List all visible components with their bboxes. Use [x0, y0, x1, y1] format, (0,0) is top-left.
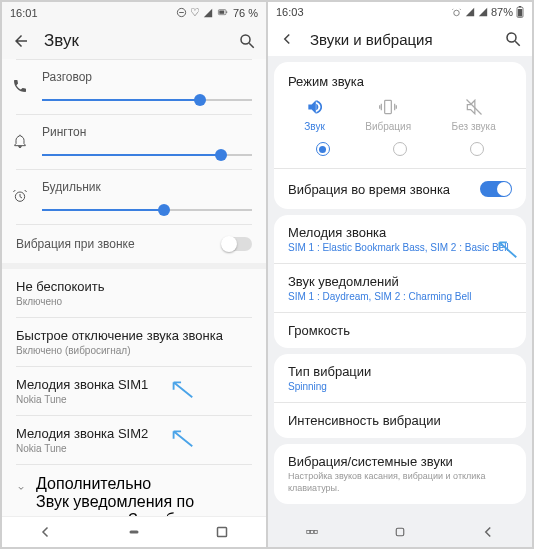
svg-rect-12 [518, 9, 522, 17]
mode-vibrate[interactable]: Вибрация [365, 97, 411, 132]
row-title: Интенсивность вибрации [288, 413, 512, 428]
svg-rect-4 [226, 11, 227, 13]
signal-icon [203, 8, 213, 18]
row-sub: Настройка звуков касания, вибрации и отк… [288, 471, 512, 494]
svg-point-10 [454, 10, 460, 16]
ringtone-sim2-row[interactable]: Мелодия звонка SIM2 Nokia Tune [2, 416, 266, 464]
svg-rect-8 [130, 531, 139, 534]
vibrate-icon [378, 97, 398, 117]
page-title: Звуки и вибрация [310, 31, 490, 48]
sound-icon [305, 97, 325, 117]
system-sounds-card: Вибрация/системные звуки Настройка звуко… [274, 444, 526, 504]
nav-home-icon[interactable] [125, 523, 143, 541]
svg-point-14 [507, 33, 516, 42]
nav-recent-icon[interactable] [303, 523, 321, 541]
mode-label: Без звука [452, 121, 496, 132]
battery-pct: 76 % [233, 7, 258, 19]
svg-rect-20 [314, 531, 317, 534]
nav-home-icon[interactable] [391, 523, 409, 541]
mode-sound[interactable]: Звук [304, 97, 325, 132]
clock: 16:03 [276, 6, 304, 18]
status-bar: 16:01 ♡ 76 % [2, 2, 266, 23]
battery-icon [516, 6, 524, 18]
ringtone-sim1-row[interactable]: Мелодия звонка SIM1 Nokia Tune [2, 367, 266, 415]
vibration-intensity-row[interactable]: Интенсивность вибрации [274, 403, 526, 438]
slider-label: Разговор [42, 70, 252, 84]
quick-mute-row[interactable]: Быстрое отключение звука звонка Включено… [2, 318, 266, 366]
clock: 16:01 [10, 7, 38, 19]
svg-rect-16 [385, 100, 392, 113]
svg-rect-3 [219, 10, 224, 13]
android-navbar [2, 516, 266, 547]
nav-back-icon[interactable] [37, 523, 55, 541]
system-sounds-row[interactable]: Вибрация/системные звуки Настройка звуко… [274, 444, 526, 504]
card-header: Режим звука [274, 62, 526, 93]
header: Звуки и вибрация [268, 22, 532, 56]
alarm-status-icon [451, 7, 462, 18]
row-sub: Nokia Tune [16, 394, 252, 405]
nav-recent-icon[interactable] [213, 523, 231, 541]
row-title: Быстрое отключение звука звонка [16, 328, 252, 343]
svg-line-6 [249, 43, 254, 48]
vibrate-on-call-row[interactable]: Вибрация при звонке [2, 225, 266, 263]
radio-vibrate[interactable] [393, 142, 407, 156]
svg-line-15 [515, 41, 520, 46]
bell-icon [12, 133, 28, 149]
row-sub: Включено (вибросигнал) [16, 345, 252, 356]
svg-rect-18 [307, 531, 310, 534]
mode-silent[interactable]: Без звука [452, 97, 496, 132]
vibration-type-row[interactable]: Тип вибрации Spinning [274, 354, 526, 402]
row-sub: SIM 1 : Elastic Bookmark Bass, SIM 2 : B… [288, 242, 512, 253]
slider-alarm[interactable]: Будильник [2, 170, 266, 224]
svg-point-5 [241, 35, 250, 44]
back-icon[interactable] [12, 32, 30, 50]
row-label: Вибрация во время звонка [288, 182, 450, 197]
svg-rect-21 [396, 528, 404, 536]
row-sub: Звук уведомления по умолчанию, Звук буди… [36, 493, 252, 516]
nav-back-icon[interactable] [479, 523, 497, 541]
mute-icon [464, 97, 484, 117]
row-sub: SIM 1 : Daydream, SIM 2 : Charming Bell [288, 291, 512, 302]
radio-silent[interactable] [470, 142, 484, 156]
ringtone-card: Мелодия звонка SIM 1 : Elastic Bookmark … [274, 215, 526, 348]
more-row[interactable]: Дополнительно Звук уведомления по умолча… [2, 465, 266, 516]
slider-label: Рингтон [42, 125, 252, 139]
toggle-on[interactable] [480, 181, 512, 197]
status-bar: 16:03 87% [268, 2, 532, 22]
slider-talk[interactable]: Разговор [2, 60, 266, 114]
radio-sound[interactable] [316, 142, 330, 156]
row-title: Звук уведомлений [288, 274, 512, 289]
chevron-down-icon [16, 479, 26, 497]
row-sub: Включено [16, 296, 252, 307]
battery-pct: 87% [491, 6, 513, 18]
row-label: Вибрация при звонке [16, 237, 135, 251]
back-icon[interactable] [278, 30, 296, 48]
alarm-icon [12, 188, 28, 204]
sound-mode-card: Режим звука Звук Вибрация Без звука [274, 62, 526, 209]
row-title: Громкость [288, 323, 512, 338]
dnd-icon [176, 7, 187, 18]
signal-icon [478, 7, 488, 17]
notification-row[interactable]: Звук уведомлений SIM 1 : Daydream, SIM 2… [274, 264, 526, 312]
mode-label: Вибрация [365, 121, 411, 132]
row-title: Вибрация/системные звуки [288, 454, 512, 469]
row-title: Тип вибрации [288, 364, 512, 379]
volume-row[interactable]: Громкость [274, 313, 526, 348]
row-sub: Nokia Tune [16, 443, 252, 454]
toggle-off[interactable] [222, 237, 252, 251]
phone-icon [12, 78, 28, 94]
dnd-row[interactable]: Не беспокоить Включено [2, 269, 266, 317]
page-title: Звук [44, 31, 224, 51]
battery-icon [216, 8, 230, 18]
header: Звук [2, 23, 266, 59]
slider-ring[interactable]: Рингтон [2, 115, 266, 169]
vibrate-on-call-row[interactable]: Вибрация во время звонка [274, 169, 526, 209]
ringtone-row[interactable]: Мелодия звонка SIM 1 : Elastic Bookmark … [274, 215, 526, 263]
svg-rect-19 [311, 531, 314, 534]
svg-rect-9 [218, 528, 227, 537]
signal-icon [465, 7, 475, 17]
search-icon[interactable] [504, 30, 522, 48]
row-title: Дополнительно [36, 475, 252, 493]
row-title: Мелодия звонка SIM2 [16, 426, 252, 441]
search-icon[interactable] [238, 32, 256, 50]
